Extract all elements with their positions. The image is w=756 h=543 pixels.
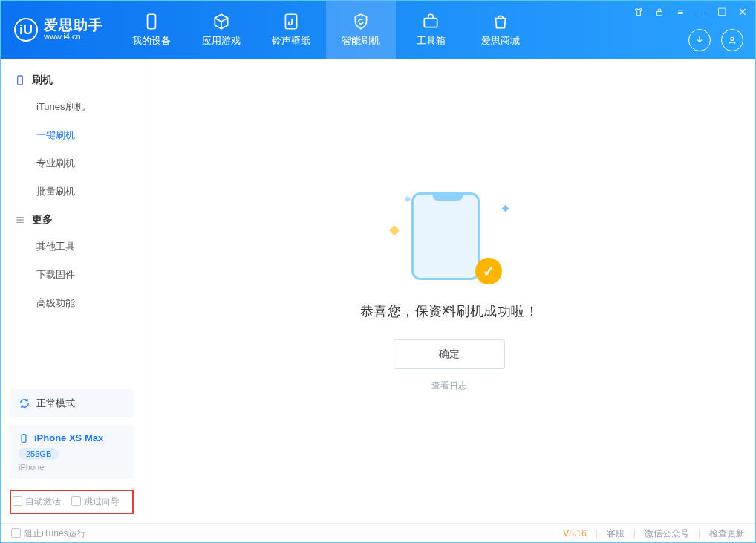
toolbox-icon [421,12,440,31]
music-file-icon [281,12,301,31]
device-name: iPhone XS Max [34,432,103,443]
skip-guide-option[interactable]: 跳过向导 [71,495,120,508]
check-update-link[interactable]: 检查更新 [709,527,745,540]
tab-label: 铃声壁纸 [272,34,310,48]
checkbox-icon [71,496,81,506]
status-bar: 阻止iTunes运行 V8.16 | 客服 | 微信公众号 | 检查更新 [1,523,755,543]
tab-label: 智能刷机 [342,34,380,48]
sidebar-item-other-tools[interactable]: 其他工具 [1,233,143,261]
device-type: iPhone [19,463,125,472]
menu-icon[interactable]: ≡ [674,5,687,19]
sidebar-item-oneclick-flash[interactable]: 一键刷机 [1,121,143,149]
tab-label: 应用游戏 [202,34,241,48]
tab-label: 工具箱 [417,34,446,48]
wechat-link[interactable]: 微信公众号 [645,527,689,540]
sidebar-item-advanced[interactable]: 高级功能 [1,289,143,317]
content-body: 刷机 iTunes刷机 一键刷机 专业刷机 批量刷机 更多 其他工具 下载固件 … [1,59,755,523]
sidebar-item-pro-flash[interactable]: 专业刷机 [1,149,143,178]
tab-smart-flash[interactable]: 智能刷机 [326,1,396,59]
tab-apps-games[interactable]: 应用游戏 [186,1,256,59]
phone-icon [14,74,26,86]
sidebar-item-batch-flash[interactable]: 批量刷机 [1,178,143,206]
app-logo: iU 爱思助手 www.i4.cn [1,1,114,59]
checkbox-icon [11,528,21,538]
group-label: 更多 [32,213,53,227]
mode-card[interactable]: 正常模式 [10,389,134,417]
success-illustration: ✓ [394,192,505,289]
header-side-actions [688,29,743,51]
tab-ringtone-wallpaper[interactable]: 铃声壁纸 [256,1,326,59]
minimize-button[interactable]: — [694,5,708,19]
sidebar-group-flash: 刷机 [1,66,143,93]
sync-icon [19,397,30,409]
sidebar-group-more: 更多 [1,206,143,233]
svg-rect-0 [148,14,156,29]
device-card[interactable]: iPhone XS Max 256GB iPhone [10,425,134,479]
sidebar-item-itunes-flash[interactable]: iTunes刷机 [1,93,143,121]
shield-sync-icon [351,12,371,31]
lock-icon[interactable] [653,5,666,19]
device-icon [142,12,161,31]
svg-rect-1 [285,14,296,29]
tab-store[interactable]: 爱思商城 [466,1,535,59]
svg-rect-5 [18,76,23,85]
sidebar: 刷机 iTunes刷机 一键刷机 专业刷机 批量刷机 更多 其他工具 下载固件 … [1,59,143,523]
success-message: 恭喜您，保资料刷机成功啦！ [360,302,539,320]
window-controls: ≡ — ☐ ✕ [632,5,749,19]
ok-button[interactable]: 确定 [394,339,505,369]
flash-options-highlight: 自动激活 跳过向导 [10,490,134,514]
svg-point-4 [731,37,734,40]
svg-rect-6 [22,434,26,442]
svg-rect-2 [424,19,437,27]
app-name: 爱思助手 [44,18,103,33]
tab-label: 我的设备 [132,34,171,48]
auto-activate-option[interactable]: 自动激活 [13,495,61,508]
svg-rect-3 [657,11,662,15]
device-icon [19,433,29,443]
tab-label: 爱思商城 [481,34,520,48]
support-link[interactable]: 客服 [607,527,625,540]
bag-icon [491,12,510,31]
group-label: 刷机 [32,74,53,87]
device-capacity: 256GB [19,448,59,460]
shirt-icon[interactable] [632,5,645,19]
sidebar-item-download-firmware[interactable]: 下载固件 [1,261,143,289]
phone-graphic [411,192,480,280]
version-label: V8.16 [563,528,586,539]
app-url: www.i4.cn [44,33,103,42]
download-button[interactable] [688,29,711,51]
tab-my-device[interactable]: 我的设备 [117,1,186,59]
list-icon [14,214,26,226]
check-badge-icon: ✓ [475,258,502,284]
maximize-button[interactable]: ☐ [715,5,729,19]
close-button[interactable]: ✕ [736,5,749,19]
view-log-link[interactable]: 查看日志 [431,380,467,392]
main-tabs: 我的设备 应用游戏 铃声壁纸 智能刷机 工具箱 爱思商城 [117,1,535,59]
main-panel: ✓ 恭喜您，保资料刷机成功啦！ 确定 查看日志 [143,59,755,523]
checkbox-icon [13,496,22,506]
user-button[interactable] [721,29,743,51]
logo-icon: iU [14,18,38,42]
block-itunes-option[interactable]: 阻止iTunes运行 [11,527,86,540]
mode-label: 正常模式 [36,397,75,410]
cube-icon [212,12,231,31]
app-header: iU 爱思助手 www.i4.cn 我的设备 应用游戏 铃声壁纸 智能刷机 工具… [1,1,755,59]
tab-toolbox[interactable]: 工具箱 [396,1,466,59]
